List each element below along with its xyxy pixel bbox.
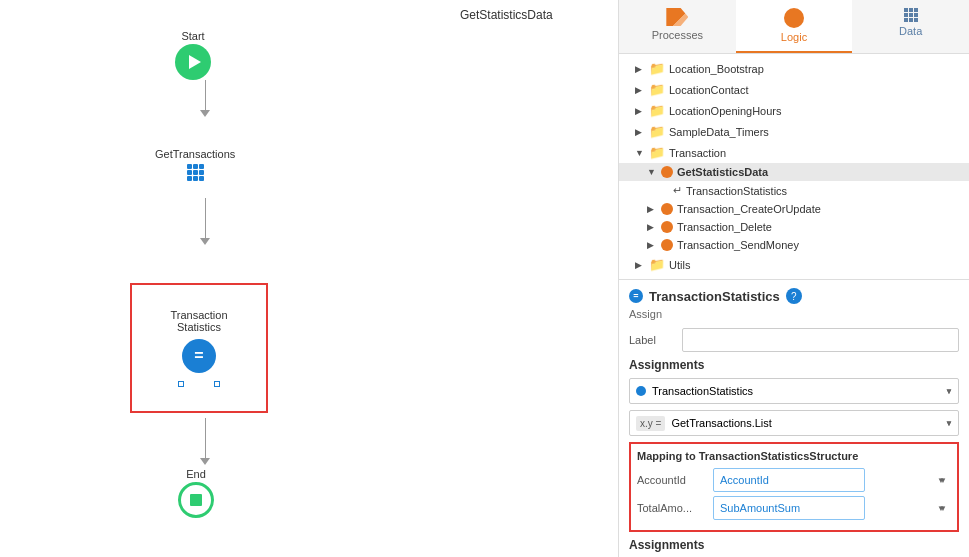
tree-label: Transaction_CreateOrUpdate — [677, 203, 821, 215]
start-label: Start — [181, 30, 204, 42]
label-row: Label — [629, 328, 959, 352]
end-label: End — [186, 468, 206, 480]
folder-icon: 📁 — [649, 82, 665, 97]
mapping-arrow-2: ▼ — [939, 504, 947, 513]
dropdown2-wrapper: x.y = GetTransactions.List ▼ — [629, 410, 959, 436]
mapping-row-total-amount: TotalAmo... ▼ — [637, 496, 951, 520]
folder-icon: 📁 — [649, 103, 665, 118]
mapping-section: Mapping to TransactionStatisticsStructur… — [629, 442, 959, 532]
folder-icon: 📁 — [649, 124, 665, 139]
tree-item-transaction[interactable]: ▼ 📁 Transaction — [619, 142, 969, 163]
mapping-key-account-id: AccountId — [637, 474, 707, 486]
dropdown2-arrow: ▼ — [945, 419, 953, 428]
tab-logic[interactable]: Logic — [736, 0, 853, 53]
dropdown1-value: TransactionStatistics — [652, 385, 753, 397]
dropdown1-arrow: ▼ — [945, 387, 953, 396]
dropdown1[interactable]: TransactionStatistics — [629, 378, 959, 404]
properties-section: = TransactionStatistics ? Assign Label A… — [619, 279, 969, 557]
tab-processes[interactable]: Processes — [619, 0, 736, 53]
prop-title: TransactionStatistics — [649, 289, 780, 304]
tree-item-transaction-create-or-update[interactable]: ▶ Transaction_CreateOrUpdate — [619, 200, 969, 218]
assign-node-icon: = — [629, 289, 643, 303]
mapping-value-account-id[interactable] — [713, 468, 865, 492]
tree-item-transaction-statistics[interactable]: ▶ ↵ TransactionStatistics — [619, 181, 969, 200]
dropdown1-wrapper: TransactionStatistics ▼ — [629, 378, 959, 404]
arrow-right-icon: ↵ — [673, 184, 682, 197]
tree-label: LocationContact — [669, 84, 749, 96]
tree-label: Transaction_SendMoney — [677, 239, 799, 251]
tree-label: LocationOpeningHours — [669, 105, 782, 117]
tree-label: Utils — [669, 259, 690, 271]
tab-processes-label: Processes — [652, 29, 703, 41]
mapping-key-total-amount: TotalAmo... — [637, 502, 707, 514]
canvas-title: GetStatisticsData — [460, 8, 553, 22]
start-circle[interactable] — [175, 44, 211, 80]
dropdown2[interactable]: x.y = GetTransactions.List — [629, 410, 959, 436]
circle-orange-icon — [661, 239, 673, 251]
tree-item-utils[interactable]: ▶ 📁 Utils — [619, 254, 969, 275]
tab-data-label: Data — [899, 25, 922, 37]
mapping-title: Mapping to TransactionStatisticsStructur… — [637, 450, 951, 462]
transaction-statistics-node[interactable]: Transaction Statistics = — [130, 283, 268, 413]
xy-label: x.y = — [636, 416, 665, 431]
processes-icon — [666, 8, 688, 26]
tab-data[interactable]: Data — [852, 0, 969, 53]
folder-icon: 📁 — [649, 257, 665, 272]
tree-item-transaction-send-money[interactable]: ▶ Transaction_SendMoney — [619, 236, 969, 254]
label-field-label: Label — [629, 334, 674, 346]
right-panel: Processes Logic Data ▶ 📁 Location_Bootst… — [619, 0, 969, 557]
dropdown2-value: GetTransactions.List — [671, 417, 771, 429]
stop-icon — [190, 494, 202, 506]
tree-section: ▶ 📁 Location_Bootstrap ▶ 📁 LocationConta… — [619, 54, 969, 279]
tree-label: GetStatisticsData — [677, 166, 768, 178]
tree-label: Transaction — [669, 147, 726, 159]
folder-icon: 📁 — [649, 61, 665, 76]
canvas-area: GetStatisticsData Start GetTransactions … — [0, 0, 619, 557]
tree-item-location-contact[interactable]: ▶ 📁 LocationContact — [619, 79, 969, 100]
circle-orange-icon — [661, 203, 673, 215]
tree-item-location-bootstrap[interactable]: ▶ 📁 Location_Bootstrap — [619, 58, 969, 79]
assignments-title: Assignments — [629, 358, 959, 372]
tree-label: Location_Bootstrap — [669, 63, 764, 75]
logic-icon — [784, 8, 804, 28]
get-transactions-node[interactable]: GetTransactions — [155, 148, 235, 181]
get-transactions-icon — [187, 164, 204, 181]
assignments2-title: Assignments — [629, 538, 959, 552]
mapping-arrow-1: ▼ — [939, 476, 947, 485]
circle-orange-icon — [661, 166, 673, 178]
tree-label: TransactionStatistics — [686, 185, 787, 197]
mapping-row-account-id: AccountId ▼ — [637, 468, 951, 492]
tree-label: SampleData_Timers — [669, 126, 769, 138]
connector-dot — [636, 386, 646, 396]
tree-item-transaction-delete[interactable]: ▶ Transaction_Delete — [619, 218, 969, 236]
end-node[interactable]: End — [178, 468, 214, 518]
tree-label: Transaction_Delete — [677, 221, 772, 233]
tab-logic-label: Logic — [781, 31, 807, 43]
tree-item-sample-data-timers[interactable]: ▶ 📁 SampleData_Timers — [619, 121, 969, 142]
label-input[interactable] — [682, 328, 959, 352]
ts-label: Transaction Statistics — [170, 309, 227, 333]
start-node[interactable]: Start — [175, 30, 211, 80]
circle-orange-icon — [661, 221, 673, 233]
resize-handles — [178, 381, 220, 387]
help-icon[interactable]: ? — [786, 288, 802, 304]
panel-scroll[interactable]: ▶ 📁 Location_Bootstrap ▶ 📁 LocationConta… — [619, 54, 969, 557]
tree-item-get-statistics-data[interactable]: ▼ GetStatisticsData — [619, 163, 969, 181]
end-circle[interactable] — [178, 482, 214, 518]
data-icon — [904, 8, 918, 22]
mapping-value-total-amount[interactable] — [713, 496, 865, 520]
assign-icon: = — [182, 339, 216, 373]
prop-header: = TransactionStatistics ? — [629, 288, 959, 304]
play-icon — [189, 55, 201, 69]
prop-subtitle: Assign — [629, 308, 959, 320]
get-transactions-label: GetTransactions — [155, 148, 235, 160]
tree-item-location-opening-hours[interactable]: ▶ 📁 LocationOpeningHours — [619, 100, 969, 121]
tab-bar: Processes Logic Data — [619, 0, 969, 54]
folder-icon: 📁 — [649, 145, 665, 160]
